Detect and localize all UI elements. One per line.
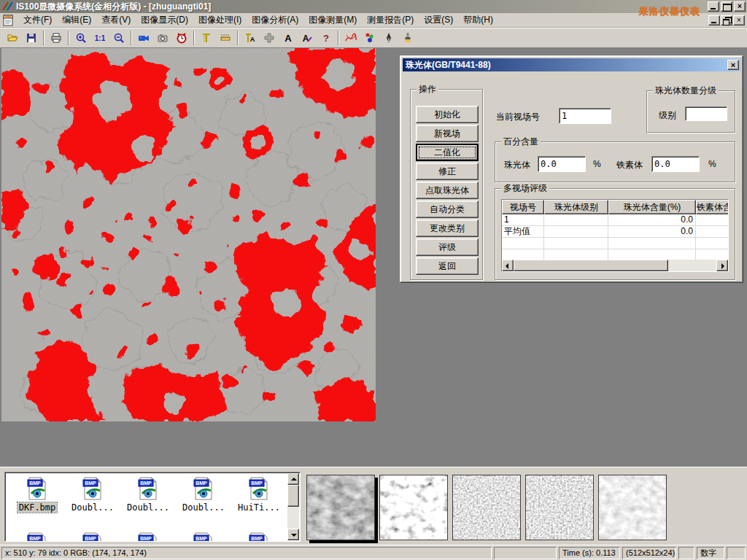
photo-camera-icon — [157, 32, 169, 44]
percent-sign: % — [708, 159, 716, 169]
menu-image-measure[interactable]: 图像测量(M) — [303, 12, 362, 28]
zoom-out-button[interactable] — [109, 29, 128, 47]
bmp-file-icon: BMP — [137, 532, 159, 542]
auto-classify-button[interactable]: 自动分类 — [416, 201, 479, 218]
bmp-file-icon: BMP — [82, 477, 104, 500]
ferrite-percent-input[interactable] — [651, 156, 700, 172]
cursor-position-panel: x: 510 y: 79 idx: 0 RGB: (174, 174, 174) — [1, 547, 492, 559]
capture-button[interactable] — [153, 29, 172, 47]
calibration-curve-button[interactable] — [341, 29, 360, 47]
caliper-button[interactable] — [197, 29, 216, 47]
open-button[interactable] — [3, 29, 22, 47]
table-horizontal-scrollbar[interactable] — [502, 260, 728, 271]
rating-table[interactable]: 视场号 珠光体级别 珠光体含量(%) 铁素体含量(%) 1 0.0 平均值 — [501, 199, 729, 272]
rate-button[interactable]: 评级 — [416, 238, 479, 256]
thumbnail-1[interactable] — [306, 475, 375, 540]
menu-image-processing[interactable]: 图像处理(I) — [193, 12, 247, 28]
menu-measure-report[interactable]: 测量报告(P) — [362, 12, 419, 28]
toolbar-separator — [43, 31, 44, 45]
empty-panel — [678, 547, 694, 559]
measure-text-button[interactable]: A — [241, 29, 260, 47]
file-item[interactable]: BMP Doubl... — [177, 477, 230, 513]
file-item[interactable]: BMP DKF.bmp — [11, 477, 63, 513]
svg-text:BMP: BMP — [251, 536, 263, 541]
maximize-button[interactable] — [721, 1, 732, 12]
current-field-label: 当前视场号 — [496, 111, 540, 123]
file-item[interactable]: BMP Doubl... — [66, 477, 119, 513]
menu-edit[interactable]: 编辑(E) — [57, 12, 96, 28]
timer-button[interactable] — [172, 29, 191, 47]
correct-button[interactable]: 修正 — [416, 163, 479, 180]
file-item[interactable]: BMP — [233, 532, 285, 542]
ferrite-label: 铁素体 — [616, 159, 643, 171]
menu-help[interactable]: 帮助(H) — [458, 12, 498, 28]
current-field-input[interactable] — [559, 108, 611, 124]
print-button[interactable] — [47, 29, 66, 47]
file-item[interactable]: BMP — [66, 532, 119, 542]
merge-cross-icon — [263, 32, 275, 44]
close-button[interactable]: × — [734, 1, 746, 12]
mdi-minimize-button[interactable] — [708, 15, 720, 26]
return-button[interactable]: 返回 — [416, 257, 479, 275]
svg-text:BMP: BMP — [29, 481, 41, 486]
classify-particles-button[interactable] — [360, 29, 379, 47]
pearlite-percent-input[interactable] — [538, 156, 586, 172]
thumbnail-2[interactable] — [379, 475, 448, 540]
menu-view[interactable]: 查看(V) — [96, 12, 136, 28]
video-camera-button[interactable] — [134, 29, 153, 47]
zoom-in-button[interactable] — [71, 29, 90, 47]
scroll-up-button[interactable] — [287, 473, 299, 485]
scroll-right-button[interactable] — [716, 260, 728, 271]
save-button[interactable] — [22, 29, 41, 47]
menu-image-analysis[interactable]: 图像分析(A) — [247, 12, 303, 28]
file-item[interactable]: BMP Doubl... — [122, 477, 174, 513]
thumbnail-4[interactable] — [525, 475, 594, 540]
menu-settings[interactable]: 设置(S) — [419, 12, 458, 28]
init-button[interactable]: 初始化 — [416, 106, 479, 123]
actual-size-button[interactable]: 1:1 — [90, 29, 109, 47]
menu-file[interactable]: 文件(F) — [18, 12, 57, 28]
dialog-close-button[interactable]: × — [727, 60, 739, 70]
pick-pearlite-button[interactable]: 点取珠光体 — [416, 182, 479, 199]
time-panel: Time (s): 0.113 — [559, 547, 620, 559]
toolbar-separator — [237, 31, 239, 45]
level-input[interactable] — [685, 106, 727, 121]
new-field-button[interactable]: 新视场 — [416, 125, 479, 142]
file-vertical-scrollbar[interactable] — [287, 473, 299, 540]
minimize-button[interactable] — [708, 1, 719, 12]
table-row[interactable]: 平均值 0.0 — [502, 226, 728, 238]
brush-tool-button[interactable] — [398, 29, 417, 47]
bmp-file-icon: BMP — [193, 532, 214, 542]
change-class-button[interactable]: 更改类别 — [416, 219, 479, 237]
thumbnail-5[interactable] — [598, 475, 667, 540]
scrollbar-thumb[interactable] — [514, 260, 668, 271]
file-browser[interactable]: BMP DKF.bmp BMP Doubl... BMP Doubl... BM… — [4, 472, 301, 542]
file-item[interactable]: BMP — [177, 532, 230, 542]
thumbnail-3[interactable] — [452, 475, 521, 540]
percent-group: 百分含量 珠光体 % 铁素体 % — [495, 141, 735, 182]
ruler-button[interactable] — [216, 29, 235, 47]
help-button[interactable]: ? — [317, 29, 336, 47]
mdi-restore-button[interactable] — [721, 15, 732, 26]
pen-tool-button[interactable] — [379, 29, 398, 47]
text-tool-button[interactable]: A — [279, 29, 298, 47]
ruler-icon — [220, 32, 231, 44]
menu-image-display[interactable]: 图像显示(D) — [136, 12, 193, 28]
file-item[interactable]: BMP HuiTi... — [233, 477, 285, 513]
binarize-button[interactable]: 二值化 — [416, 144, 479, 161]
mdi-close-button[interactable]: × — [733, 15, 745, 26]
dialog-title-bar[interactable]: 珠光体(GB/T9441-88) × — [403, 58, 740, 71]
text-icon: A — [282, 32, 294, 44]
file-item[interactable]: BMP — [11, 532, 63, 542]
scroll-left-button[interactable] — [502, 260, 514, 271]
annotate-button[interactable]: A — [298, 29, 317, 47]
micrograph-image[interactable] — [1, 48, 376, 421]
scrollbar-thumb[interactable] — [287, 485, 299, 507]
level-label: 级别 — [659, 109, 676, 122]
merge-button[interactable] — [260, 29, 279, 47]
table-row[interactable]: 1 0.0 — [502, 214, 728, 226]
vendor-watermark: 果洛仪器仪表 — [639, 5, 700, 18]
svg-text:A: A — [250, 36, 255, 43]
file-item[interactable]: BMP — [122, 532, 174, 542]
scroll-down-button[interactable] — [287, 529, 299, 540]
